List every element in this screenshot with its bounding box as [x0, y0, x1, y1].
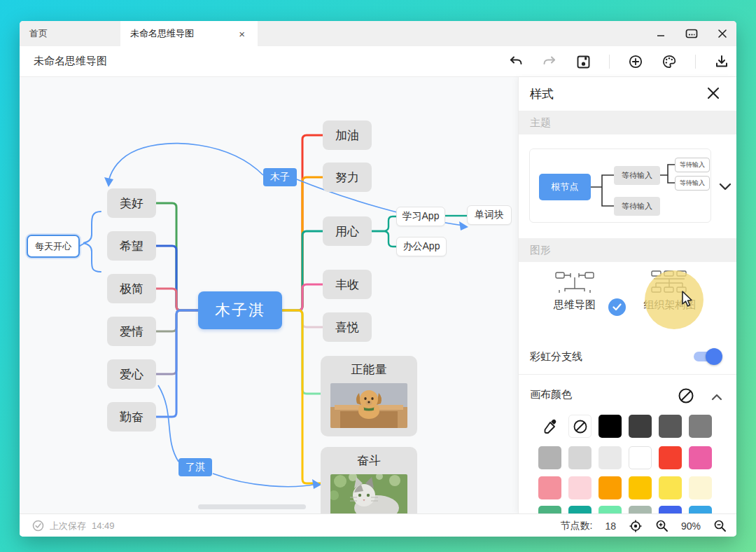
group-brace: [80, 212, 101, 272]
branch-line-qinfen: [156, 310, 198, 417]
dog-photo: [330, 383, 407, 428]
mindmap-tag-liaoqi[interactable]: 了淇: [178, 458, 212, 476]
rainbow-branch-toggle[interactable]: [694, 352, 720, 361]
mindmap-root-node[interactable]: 木子淇: [198, 291, 282, 329]
document-title: 未命名思维导图: [34, 55, 107, 68]
last-saved-label: 上次保存: [50, 520, 86, 532]
shape-section-header: 图形: [519, 238, 736, 262]
color-swatch[interactable]: [689, 415, 712, 438]
canvas-color-label: 画布颜色: [530, 388, 572, 401]
tab-document-label: 未命名思维导图: [130, 27, 194, 40]
color-swatch[interactable]: [538, 476, 561, 499]
collapse-chevron-icon[interactable]: [705, 385, 728, 408]
theme-preview-subchild: 等待输入: [675, 158, 710, 172]
no-fill-swatch[interactable]: [568, 415, 592, 438]
color-swatch[interactable]: [629, 476, 652, 499]
mouse-cursor-icon: [678, 290, 695, 308]
tab-document[interactable]: 未命名思维导图 ×: [120, 21, 258, 46]
color-swatch[interactable]: [659, 476, 682, 499]
toolbar-divider: [695, 55, 696, 69]
minimize-icon[interactable]: [654, 27, 668, 41]
shape-section-label: 图形: [530, 244, 551, 257]
color-swatch[interactable]: [629, 415, 652, 438]
locate-center-icon[interactable]: [629, 519, 643, 533]
mindmap-node-fengshou[interactable]: 丰收: [323, 270, 372, 299]
tab-home-label: 首页: [29, 27, 48, 40]
node-count-value: 18: [605, 520, 616, 532]
branch-line-fendou: [282, 310, 321, 483]
selected-check-icon: [608, 298, 626, 316]
cat-photo: [330, 474, 407, 513]
color-swatch[interactable]: [568, 446, 592, 469]
rainbow-branch-label: 彩虹分支线: [530, 350, 582, 364]
subbranch-line-office: [372, 231, 396, 247]
eyedropper-icon[interactable]: [538, 415, 561, 438]
zoom-in-icon[interactable]: [655, 519, 668, 532]
horizontal-scrollbar[interactable]: [198, 504, 306, 509]
color-swatch[interactable]: [689, 476, 712, 499]
image-node-title: 正能量: [330, 361, 407, 378]
mindmap-node-yongxin[interactable]: 用心: [323, 216, 372, 246]
mindmap-node-xiwang[interactable]: 希望: [107, 231, 156, 261]
add-node-icon[interactable]: [628, 54, 643, 69]
color-swatch[interactable]: [659, 415, 682, 438]
shape-mindmap-label[interactable]: 思维导图: [540, 298, 610, 312]
toggle-knob: [706, 348, 722, 365]
tab-home[interactable]: 首页: [20, 21, 120, 46]
color-swatch[interactable]: [538, 446, 561, 469]
mindmap-node-jijian[interactable]: 极简: [107, 274, 156, 303]
divider: [519, 374, 736, 375]
window-controls: [654, 21, 729, 46]
mindmap-node-positive[interactable]: 正能量: [321, 356, 417, 436]
style-panel: 样式 主题 根节点 等待输入 等待输入 等待输入 等待输入 图: [518, 77, 736, 513]
theme-palette-icon[interactable]: [662, 54, 677, 69]
mindmap-node-office-app[interactable]: 办公App: [396, 237, 447, 256]
theme-expand-chevron-icon[interactable]: [718, 179, 733, 194]
theme-section-label: 主题: [530, 116, 551, 130]
undo-icon[interactable]: [508, 54, 524, 69]
mindmap-node-qinfen[interactable]: 勤奋: [107, 402, 156, 432]
relation-arrow-to-meihao: [108, 144, 263, 181]
node-count-label: 节点数:: [561, 520, 593, 532]
mindmap-node-struggle[interactable]: 奋斗: [321, 447, 417, 513]
relation-arrowhead: [104, 177, 113, 187]
export-download-icon[interactable]: [714, 54, 729, 69]
close-window-icon[interactable]: [715, 27, 729, 41]
resize-window-icon[interactable]: [685, 27, 699, 41]
mindmap-node-aiqing[interactable]: 爱情: [107, 317, 156, 346]
color-swatch[interactable]: [598, 446, 622, 469]
mindmap-node-study-app[interactable]: 学习App: [396, 207, 445, 226]
color-swatch[interactable]: [689, 446, 712, 469]
no-color-icon[interactable]: [674, 384, 697, 407]
zoom-level-value[interactable]: 90%: [681, 520, 701, 532]
mindmap-node-nuli[interactable]: 努力: [323, 163, 372, 192]
theme-preview-root: 根节点: [539, 174, 591, 200]
image-node-title: 奋斗: [330, 453, 407, 469]
zoom-out-icon[interactable]: [713, 519, 727, 532]
color-swatch[interactable]: [629, 446, 652, 469]
app-window: 首页 未命名思维导图 × 未命名思维导图: [20, 21, 736, 537]
mindmap-node-meihao[interactable]: 美好: [107, 188, 156, 218]
mindmap-shape-icon[interactable]: [555, 270, 594, 296]
mindmap-node-word-block[interactable]: 单词块: [467, 205, 512, 225]
style-panel-title: 样式: [530, 86, 554, 102]
redo-icon[interactable]: [542, 54, 557, 69]
color-swatch[interactable]: [568, 476, 592, 499]
mindmap-node-xiyue[interactable]: 喜悦: [323, 312, 372, 342]
color-swatch[interactable]: [598, 476, 622, 499]
mindmap-node-aixin[interactable]: 爱心: [107, 359, 156, 389]
theme-preview-card[interactable]: 根节点 等待输入 等待输入 等待输入 等待输入: [529, 149, 711, 223]
color-swatch[interactable]: [598, 415, 622, 438]
branch-line-fengshou: [282, 284, 323, 310]
panel-close-icon[interactable]: [706, 85, 721, 101]
save-icon[interactable]: [575, 54, 591, 69]
mindmap-node-jiayou[interactable]: 加油: [323, 120, 372, 150]
theme-section-header: 主题: [519, 111, 736, 134]
tab-close-icon[interactable]: ×: [236, 28, 248, 40]
saved-check-icon: [32, 520, 44, 532]
mindmap-tag-muzi[interactable]: 木子: [263, 168, 297, 186]
theme-preview-child: 等待输入: [614, 166, 660, 185]
mindmap-canvas[interactable]: 美好 希望 极简 爱情 爱心 勤奋 每天开心 木子淇 加油 努力 用心 丰收 喜…: [20, 77, 518, 513]
color-swatch[interactable]: [659, 446, 682, 469]
mindmap-node-floating[interactable]: 每天开心: [27, 235, 80, 258]
